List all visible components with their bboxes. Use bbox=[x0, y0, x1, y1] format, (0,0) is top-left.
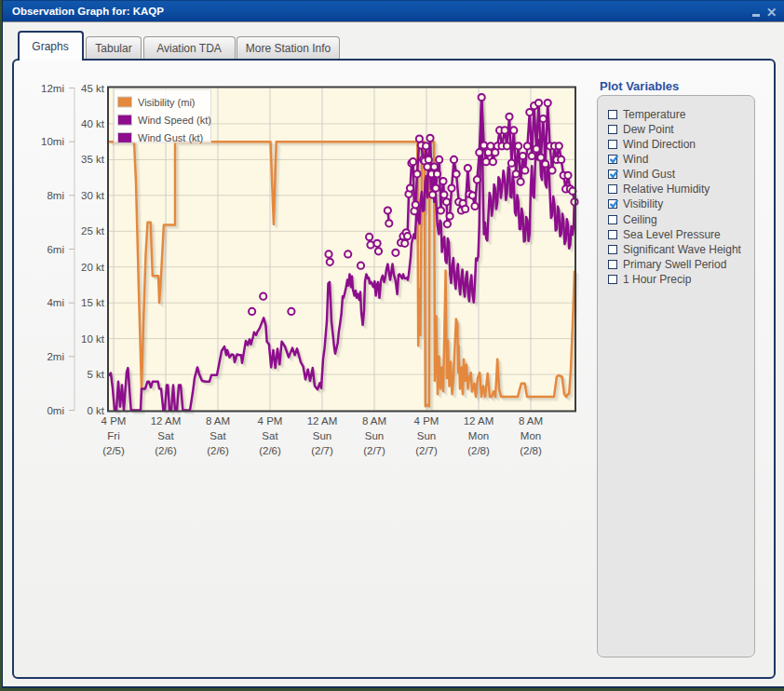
svg-text:4 PM: 4 PM bbox=[258, 415, 283, 427]
svg-text:30 kt: 30 kt bbox=[81, 190, 105, 201]
svg-text:(2/7): (2/7) bbox=[311, 445, 333, 456]
svg-text:4mi: 4mi bbox=[47, 297, 64, 308]
svg-text:10 kt: 10 kt bbox=[81, 333, 105, 345]
svg-text:8 AM: 8 AM bbox=[362, 415, 386, 427]
svg-text:4 PM: 4 PM bbox=[414, 415, 439, 427]
svg-text:8 AM: 8 AM bbox=[206, 415, 230, 427]
svg-text:12 AM: 12 AM bbox=[464, 415, 494, 427]
svg-text:Mon: Mon bbox=[468, 430, 489, 441]
svg-text:2mi: 2mi bbox=[47, 351, 64, 362]
svg-text:(2/8): (2/8) bbox=[467, 445, 490, 456]
svg-text:Sat: Sat bbox=[262, 430, 278, 441]
svg-text:Sun: Sun bbox=[417, 430, 436, 441]
svg-text:Wind Speed (kt): Wind Speed (kt) bbox=[138, 115, 211, 126]
svg-text:(2/6): (2/6) bbox=[259, 445, 281, 456]
svg-text:Fri: Fri bbox=[107, 430, 119, 441]
svg-text:Sat: Sat bbox=[157, 430, 174, 441]
svg-text:4 PM: 4 PM bbox=[101, 415, 127, 427]
svg-text:8 AM: 8 AM bbox=[519, 415, 543, 427]
svg-text:(2/8): (2/8) bbox=[520, 445, 542, 456]
svg-text:6mi: 6mi bbox=[47, 244, 64, 255]
svg-text:(2/6): (2/6) bbox=[155, 445, 177, 456]
svg-text:(2/5): (2/5) bbox=[102, 445, 125, 456]
svg-text:12 AM: 12 AM bbox=[307, 415, 338, 427]
svg-text:15 kt: 15 kt bbox=[81, 297, 105, 308]
svg-text:(2/7): (2/7) bbox=[363, 445, 385, 456]
svg-text:35 kt: 35 kt bbox=[81, 154, 105, 165]
svg-text:10mi: 10mi bbox=[41, 136, 64, 147]
svg-text:Sat: Sat bbox=[210, 430, 226, 441]
svg-text:45 kt: 45 kt bbox=[81, 83, 105, 94]
svg-text:Sun: Sun bbox=[365, 430, 384, 441]
svg-text:Sun: Sun bbox=[313, 430, 331, 441]
svg-text:0 kt: 0 kt bbox=[87, 405, 104, 416]
svg-text:8mi: 8mi bbox=[47, 190, 64, 201]
svg-text:0mi: 0mi bbox=[47, 405, 64, 416]
svg-text:Wind Gust (kt): Wind Gust (kt) bbox=[138, 132, 203, 143]
svg-text:5 kt: 5 kt bbox=[87, 369, 104, 380]
svg-text:Mon: Mon bbox=[520, 430, 541, 441]
svg-text:Visibility (mi): Visibility (mi) bbox=[138, 97, 196, 108]
svg-text:40 kt: 40 kt bbox=[81, 118, 105, 129]
svg-text:12mi: 12mi bbox=[41, 83, 64, 94]
svg-text:20 kt: 20 kt bbox=[81, 262, 105, 273]
svg-text:(2/6): (2/6) bbox=[207, 445, 229, 456]
svg-text:25 kt: 25 kt bbox=[81, 225, 105, 237]
svg-text:(2/7): (2/7) bbox=[415, 445, 438, 456]
svg-text:12 AM: 12 AM bbox=[151, 415, 182, 427]
